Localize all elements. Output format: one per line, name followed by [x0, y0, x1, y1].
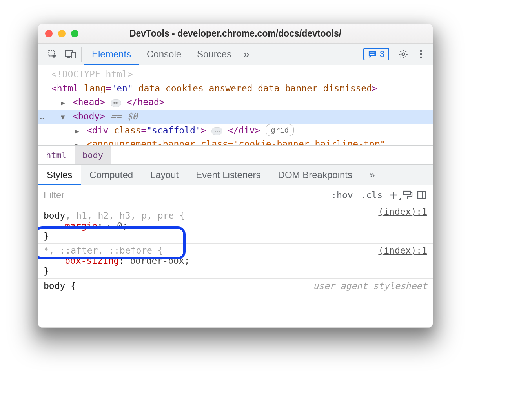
- styles-subtabs: Styles Computed Layout Event Listeners D…: [38, 165, 433, 185]
- issues-count: 3: [380, 49, 384, 59]
- inspect-icon[interactable]: [44, 44, 61, 65]
- css-rule[interactable]: *, ::after, ::before { (index):1 box-siz…: [38, 244, 433, 279]
- doctype: <!DOCTYPE html>: [51, 69, 133, 79]
- traffic-lights[interactable]: [45, 30, 78, 37]
- css-declaration[interactable]: box-sizing: border-box;: [44, 256, 427, 266]
- crumb-html[interactable]: html: [38, 146, 75, 164]
- subtab-dom-breakpoints[interactable]: DOM Breakpoints: [270, 165, 361, 185]
- svg-rect-13: [418, 192, 426, 199]
- css-rule[interactable]: body, h1, h2, h3, p, pre { (index):1 mar…: [38, 205, 433, 244]
- expand-icon[interactable]: ▶: [61, 98, 67, 108]
- styles-filter-bar: :hov .cls: [38, 185, 433, 205]
- cls-toggle[interactable]: .cls: [357, 190, 386, 200]
- ellipsis-icon[interactable]: •••: [111, 99, 121, 107]
- source-label: user agent stylesheet: [313, 281, 427, 291]
- svg-rect-12: [403, 191, 410, 195]
- devtools-window: DevTools - developer.chrome.com/docs/dev…: [38, 24, 433, 328]
- dom-node-announcement[interactable]: <announcement-banner class="cookie-banne…: [87, 139, 386, 145]
- hov-toggle[interactable]: :hov: [327, 190, 357, 200]
- brace-close: }: [44, 266, 427, 276]
- tab-console[interactable]: Console: [139, 44, 189, 65]
- expand-icon[interactable]: ▶: [75, 140, 81, 145]
- dom-node-body[interactable]: ▼ <body> == $0: [38, 110, 433, 124]
- svg-rect-1: [65, 51, 72, 56]
- kebab-icon[interactable]: [412, 44, 430, 65]
- svg-rect-3: [72, 52, 75, 58]
- selectors[interactable]: *, ::after, ::before {: [44, 245, 427, 256]
- tab-sources[interactable]: Sources: [189, 44, 239, 65]
- svg-point-7: [420, 50, 422, 52]
- source-link[interactable]: (index):1: [378, 245, 427, 256]
- panel-toggle-icon[interactable]: [415, 190, 429, 200]
- svg-point-8: [420, 53, 422, 55]
- subtab-layout[interactable]: Layout: [142, 165, 187, 185]
- grid-badge[interactable]: grid: [266, 124, 294, 136]
- titlebar: DevTools - developer.chrome.com/docs/dev…: [38, 24, 433, 44]
- selector-rest[interactable]: , h1, h2, h3, p, pre {: [65, 210, 185, 221]
- filter-input[interactable]: [38, 190, 327, 201]
- chat-icon: [368, 50, 377, 58]
- svg-point-6: [402, 53, 404, 56]
- paint-icon[interactable]: [401, 190, 415, 200]
- breadcrumb[interactable]: html body: [38, 145, 433, 165]
- crumb-body[interactable]: body: [75, 146, 111, 164]
- main-tabs: Elements Console Sources: [84, 44, 239, 65]
- device-toggle-icon[interactable]: [61, 44, 79, 65]
- css-declaration[interactable]: margin: ▶ 0;: [44, 221, 427, 231]
- svg-point-9: [420, 57, 422, 58]
- tabs-overflow-icon[interactable]: »: [239, 44, 253, 65]
- subtab-computed[interactable]: Computed: [81, 165, 142, 185]
- settings-icon[interactable]: [394, 44, 412, 65]
- subtab-styles[interactable]: Styles: [38, 165, 81, 185]
- divider: [81, 47, 82, 62]
- collapse-icon[interactable]: ▼: [61, 112, 67, 122]
- styles-panel[interactable]: body, h1, h2, h3, p, pre { (index):1 mar…: [38, 205, 433, 327]
- new-rule-icon[interactable]: [386, 191, 401, 199]
- subtabs-overflow-icon[interactable]: »: [361, 165, 383, 185]
- divider: [392, 47, 392, 62]
- selector-active[interactable]: body: [44, 210, 65, 221]
- zoom-icon[interactable]: [71, 30, 78, 37]
- close-icon[interactable]: [45, 30, 53, 37]
- issues-badge[interactable]: 3: [363, 48, 389, 60]
- minimize-icon[interactable]: [58, 30, 66, 37]
- subtab-event-listeners[interactable]: Event Listeners: [187, 165, 269, 185]
- window-title: DevTools - developer.chrome.com/docs/dev…: [38, 28, 433, 39]
- tab-elements[interactable]: Elements: [84, 44, 139, 65]
- css-rule-useragent[interactable]: body { user agent stylesheet: [38, 279, 433, 291]
- expand-shorthand-icon[interactable]: ▶: [108, 223, 111, 229]
- brace-close: }: [44, 231, 427, 241]
- source-link[interactable]: (index):1: [378, 206, 427, 217]
- expand-icon[interactable]: ▶: [75, 126, 81, 136]
- ellipsis-icon[interactable]: •••: [211, 127, 222, 135]
- dom-tree[interactable]: <!DOCTYPE html> <html lang="en" data-coo…: [38, 65, 433, 145]
- main-toolbar: Elements Console Sources » 3: [38, 44, 433, 65]
